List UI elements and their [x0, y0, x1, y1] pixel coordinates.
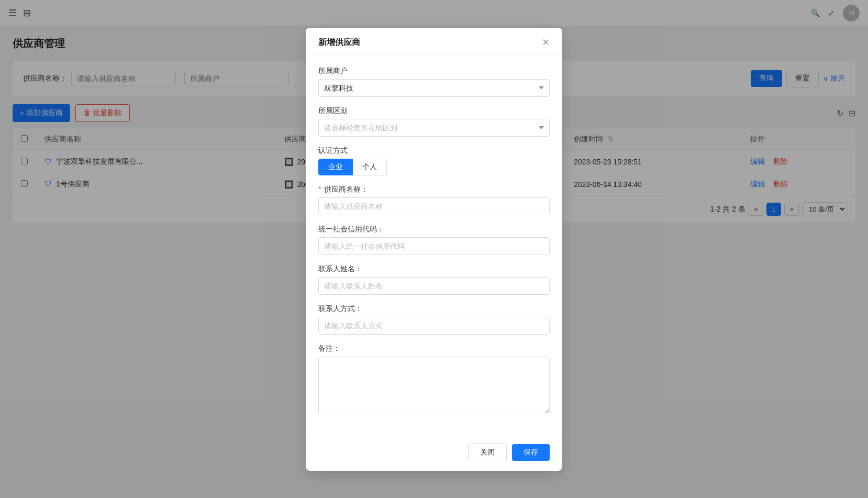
- modal-body: 所属商户 双擎科技 所属区划 请选择经营所在地区划 认证方式 企业 个人: [306, 56, 562, 234]
- cert-type-group: 企业 个人: [318, 159, 550, 175]
- modal-header: 新增供应商 ✕: [306, 28, 562, 56]
- modal-title: 新增供应商: [318, 37, 360, 48]
- cert-enterprise-button[interactable]: 企业: [318, 159, 353, 175]
- merchant-select[interactable]: 双擎科技: [318, 79, 550, 97]
- credit-code-form-label: 统一社会信用代码：: [318, 225, 550, 234]
- cert-form-item: 认证方式 企业 个人: [318, 146, 550, 175]
- add-supplier-modal: 新增供应商 ✕ 所属商户 双擎科技 所属区划 请选择经营所在地区划 认证方式: [306, 28, 562, 234]
- required-mark: *: [318, 185, 321, 193]
- region-form-label: 所属区划: [318, 106, 550, 116]
- region-form-item: 所属区划 请选择经营所在地区划: [318, 106, 550, 137]
- cert-personal-button[interactable]: 个人: [353, 159, 387, 175]
- supplier-name-field-input[interactable]: [318, 197, 550, 215]
- merchant-form-label: 所属商户: [318, 67, 550, 76]
- cert-form-label: 认证方式: [318, 146, 550, 156]
- modal-close-button[interactable]: ✕: [542, 38, 550, 47]
- supplier-name-form-item: * 供应商名称：: [318, 185, 550, 215]
- credit-code-form-item: 统一社会信用代码：: [318, 225, 550, 234]
- modal-overlay[interactable]: 新增供应商 ✕ 所属商户 双擎科技 所属区划 请选择经营所在地区划 认证方式: [0, 0, 868, 233]
- region-select[interactable]: 请选择经营所在地区划: [318, 119, 550, 137]
- supplier-name-form-label: * 供应商名称：: [318, 185, 550, 194]
- merchant-form-item: 所属商户 双擎科技: [318, 67, 550, 97]
